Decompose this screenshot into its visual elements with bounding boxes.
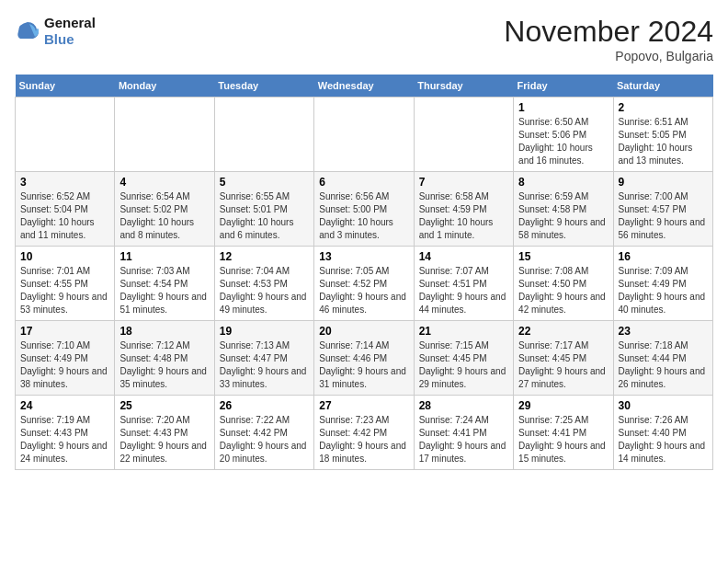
weekday-header-sunday: Sunday: [16, 75, 115, 98]
day-info: Sunrise: 6:50 AMSunset: 5:06 PMDaylight:…: [518, 116, 608, 167]
day-number: 17: [20, 325, 109, 338]
day-number: 25: [119, 399, 209, 412]
day-info: Sunrise: 7:01 AMSunset: 4:55 PMDaylight:…: [20, 265, 109, 316]
calendar-cell: [16, 98, 115, 172]
day-info: Sunrise: 7:09 AMSunset: 4:49 PMDaylight:…: [619, 265, 708, 316]
month-title: November 2024: [504, 15, 713, 49]
calendar-week-5: 24Sunrise: 7:19 AMSunset: 4:43 PMDayligh…: [16, 396, 713, 470]
calendar-week-2: 3Sunrise: 6:52 AMSunset: 5:04 PMDaylight…: [16, 172, 713, 247]
calendar-cell: 10Sunrise: 7:01 AMSunset: 4:55 PMDayligh…: [16, 247, 115, 321]
day-info: Sunrise: 6:58 AMSunset: 4:59 PMDaylight:…: [419, 190, 508, 242]
calendar-cell: [214, 98, 313, 172]
title-block: November 2024 Popovo, Bulgaria: [504, 15, 713, 63]
day-number: 7: [419, 176, 508, 189]
day-number: 8: [518, 176, 608, 189]
day-number: 24: [20, 399, 109, 412]
calendar-cell: 9Sunrise: 7:00 AMSunset: 4:57 PMDaylight…: [613, 172, 712, 247]
day-number: 9: [619, 176, 708, 189]
day-number: 27: [319, 399, 408, 412]
day-number: 26: [220, 399, 309, 412]
day-number: 13: [319, 250, 408, 263]
day-number: 22: [518, 325, 608, 338]
calendar-cell: 30Sunrise: 7:26 AMSunset: 4:40 PMDayligh…: [613, 396, 712, 470]
calendar-cell: 19Sunrise: 7:13 AMSunset: 4:47 PMDayligh…: [214, 321, 313, 396]
day-info: Sunrise: 7:00 AMSunset: 4:57 PMDaylight:…: [619, 190, 708, 242]
calendar-cell: 11Sunrise: 7:03 AMSunset: 4:54 PMDayligh…: [115, 247, 214, 321]
weekday-header-friday: Friday: [514, 75, 613, 98]
day-number: 20: [319, 325, 408, 338]
day-number: 3: [20, 176, 109, 189]
day-number: 29: [518, 399, 608, 412]
calendar-cell: 4Sunrise: 6:54 AMSunset: 5:02 PMDaylight…: [115, 172, 214, 247]
day-number: 11: [119, 250, 209, 263]
day-number: 19: [220, 325, 309, 338]
day-info: Sunrise: 7:18 AMSunset: 4:44 PMDaylight:…: [619, 339, 708, 391]
day-number: 30: [619, 399, 708, 412]
day-number: 28: [419, 399, 508, 412]
day-info: Sunrise: 7:05 AMSunset: 4:52 PMDaylight:…: [319, 265, 408, 316]
weekday-header-tuesday: Tuesday: [214, 75, 313, 98]
day-info: Sunrise: 7:10 AMSunset: 4:49 PMDaylight:…: [20, 339, 109, 391]
day-info: Sunrise: 6:52 AMSunset: 5:04 PMDaylight:…: [20, 190, 109, 242]
page-header: General Blue November 2024 Popovo, Bulga…: [15, 15, 713, 63]
calendar-cell: 2Sunrise: 6:51 AMSunset: 5:05 PMDaylight…: [613, 98, 712, 172]
calendar-cell: 24Sunrise: 7:19 AMSunset: 4:43 PMDayligh…: [16, 396, 115, 470]
day-number: 12: [220, 250, 309, 263]
weekday-header-row: SundayMondayTuesdayWednesdayThursdayFrid…: [16, 75, 713, 98]
day-number: 10: [20, 250, 109, 263]
calendar-cell: 29Sunrise: 7:25 AMSunset: 4:41 PMDayligh…: [514, 396, 613, 470]
calendar-week-1: 1Sunrise: 6:50 AMSunset: 5:06 PMDaylight…: [16, 98, 713, 172]
day-number: 21: [419, 325, 508, 338]
day-number: 18: [119, 325, 209, 338]
day-number: 1: [518, 101, 608, 114]
day-info: Sunrise: 7:26 AMSunset: 4:40 PMDaylight:…: [619, 414, 708, 465]
calendar-cell: 6Sunrise: 6:56 AMSunset: 5:00 PMDaylight…: [314, 172, 414, 247]
calendar-cell: 1Sunrise: 6:50 AMSunset: 5:06 PMDaylight…: [514, 98, 613, 172]
weekday-header-saturday: Saturday: [613, 75, 712, 98]
day-number: 5: [220, 176, 309, 189]
calendar-cell: 5Sunrise: 6:55 AMSunset: 5:01 PMDaylight…: [214, 172, 313, 247]
day-info: Sunrise: 7:08 AMSunset: 4:50 PMDaylight:…: [518, 265, 608, 316]
day-info: Sunrise: 6:51 AMSunset: 5:05 PMDaylight:…: [619, 116, 708, 167]
day-info: Sunrise: 6:55 AMSunset: 5:01 PMDaylight:…: [220, 190, 309, 242]
calendar-cell: 20Sunrise: 7:14 AMSunset: 4:46 PMDayligh…: [314, 321, 414, 396]
calendar-week-3: 10Sunrise: 7:01 AMSunset: 4:55 PMDayligh…: [16, 247, 713, 321]
day-info: Sunrise: 7:07 AMSunset: 4:51 PMDaylight:…: [419, 265, 508, 316]
calendar-table: SundayMondayTuesdayWednesdayThursdayFrid…: [15, 75, 713, 470]
day-number: 14: [419, 250, 508, 263]
day-number: 16: [619, 250, 708, 263]
day-info: Sunrise: 7:24 AMSunset: 4:41 PMDaylight:…: [419, 414, 508, 465]
calendar-cell: 22Sunrise: 7:17 AMSunset: 4:45 PMDayligh…: [514, 321, 613, 396]
calendar-cell: 16Sunrise: 7:09 AMSunset: 4:49 PMDayligh…: [613, 247, 712, 321]
day-number: 4: [119, 176, 209, 189]
logo-text: General Blue: [44, 15, 96, 48]
calendar-cell: 25Sunrise: 7:20 AMSunset: 4:43 PMDayligh…: [115, 396, 214, 470]
day-number: 23: [619, 325, 708, 338]
day-info: Sunrise: 7:17 AMSunset: 4:45 PMDaylight:…: [518, 339, 608, 391]
day-info: Sunrise: 7:04 AMSunset: 4:53 PMDaylight:…: [220, 265, 309, 316]
calendar-cell: 8Sunrise: 6:59 AMSunset: 4:58 PMDaylight…: [514, 172, 613, 247]
calendar-cell: 17Sunrise: 7:10 AMSunset: 4:49 PMDayligh…: [16, 321, 115, 396]
day-info: Sunrise: 7:23 AMSunset: 4:42 PMDaylight:…: [319, 414, 408, 465]
day-number: 15: [518, 250, 608, 263]
day-info: Sunrise: 7:03 AMSunset: 4:54 PMDaylight:…: [119, 265, 209, 316]
day-info: Sunrise: 6:59 AMSunset: 4:58 PMDaylight:…: [518, 190, 608, 242]
weekday-header-wednesday: Wednesday: [314, 75, 414, 98]
day-info: Sunrise: 7:14 AMSunset: 4:46 PMDaylight:…: [319, 339, 408, 391]
calendar-cell: 27Sunrise: 7:23 AMSunset: 4:42 PMDayligh…: [314, 396, 414, 470]
calendar-cell: 14Sunrise: 7:07 AMSunset: 4:51 PMDayligh…: [414, 247, 513, 321]
calendar-cell: 13Sunrise: 7:05 AMSunset: 4:52 PMDayligh…: [314, 247, 414, 321]
calendar-cell: 18Sunrise: 7:12 AMSunset: 4:48 PMDayligh…: [115, 321, 214, 396]
day-number: 2: [619, 101, 708, 114]
day-info: Sunrise: 7:22 AMSunset: 4:42 PMDaylight:…: [220, 414, 309, 465]
day-number: 6: [319, 176, 408, 189]
calendar-cell: 21Sunrise: 7:15 AMSunset: 4:45 PMDayligh…: [414, 321, 513, 396]
day-info: Sunrise: 7:19 AMSunset: 4:43 PMDaylight:…: [20, 414, 109, 465]
calendar-cell: 23Sunrise: 7:18 AMSunset: 4:44 PMDayligh…: [613, 321, 712, 396]
calendar-cell: 15Sunrise: 7:08 AMSunset: 4:50 PMDayligh…: [514, 247, 613, 321]
day-info: Sunrise: 7:15 AMSunset: 4:45 PMDaylight:…: [419, 339, 508, 391]
calendar-cell: 26Sunrise: 7:22 AMSunset: 4:42 PMDayligh…: [214, 396, 313, 470]
weekday-header-thursday: Thursday: [414, 75, 513, 98]
calendar-cell: [414, 98, 513, 172]
calendar-cell: [314, 98, 414, 172]
